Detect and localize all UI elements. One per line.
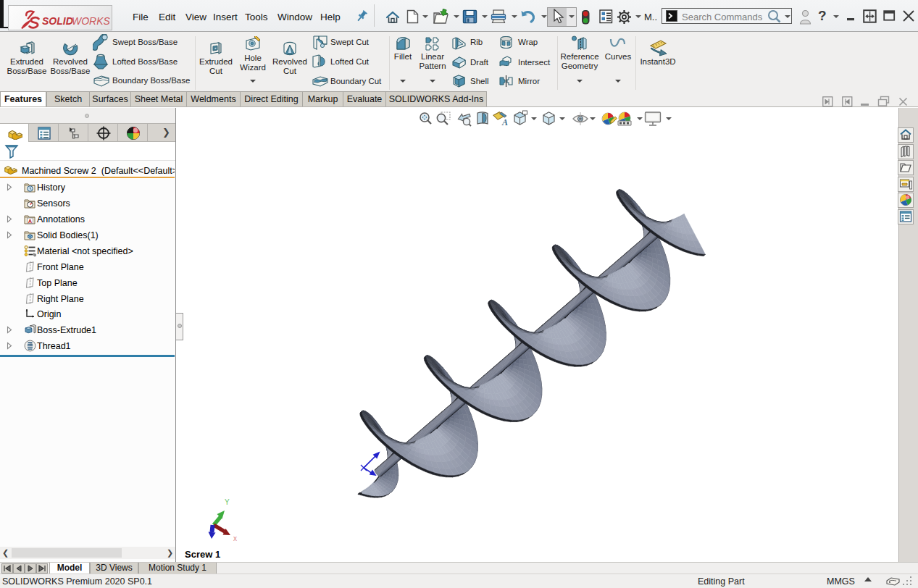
svg-text:SOLID: SOLID — [42, 15, 73, 27]
svg-text:WORKS: WORKS — [72, 15, 111, 27]
svg-text:A: A — [28, 218, 33, 224]
svg-text:A: A — [501, 117, 508, 127]
svg-text:Y: Y — [225, 498, 230, 506]
svg-text:x: x — [233, 534, 237, 542]
